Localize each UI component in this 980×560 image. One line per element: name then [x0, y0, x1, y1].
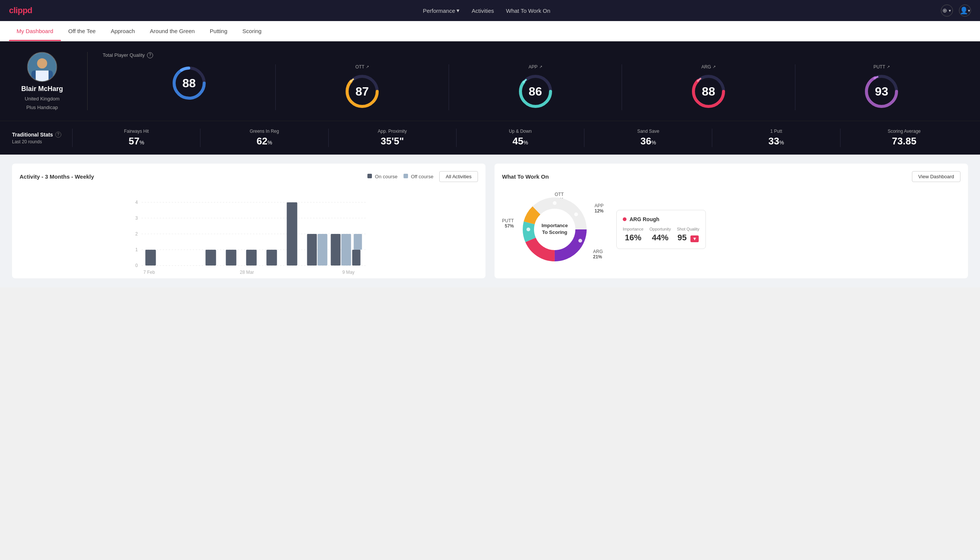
arrow-up-icon: ↗: [887, 65, 890, 69]
svg-point-53: [574, 212, 578, 216]
score-ring-ott: OTT ↗ 87: [276, 64, 449, 110]
svg-rect-40: [353, 250, 361, 265]
tab-putting[interactable]: Putting: [202, 21, 235, 41]
score-ring-arg: ARG ↗ 88: [622, 64, 795, 110]
tabs-bar: My Dashboard Off the Tee Approach Around…: [0, 21, 980, 42]
svg-point-52: [553, 201, 557, 205]
score-ring-putt: PUTT ↗ 93: [795, 64, 968, 110]
ring-overall: 88: [170, 64, 208, 102]
opportunity-value: 44%: [652, 233, 668, 243]
shot-quality-badge: ▼: [690, 235, 699, 242]
player-country: United Kingdom: [25, 96, 60, 102]
donut-section: OTT 10% APP 12% ARG 21% PUTT 57%: [502, 188, 607, 271]
ring-label-arg: ARG ↗: [701, 64, 715, 70]
svg-rect-35: [287, 202, 298, 265]
stats-title: Traditional Stats ?: [12, 132, 72, 138]
arrow-up-icon: ↗: [539, 65, 542, 69]
help-icon[interactable]: ?: [147, 52, 153, 58]
stats-label-section: Traditional Stats ? Last 20 rounds: [12, 132, 72, 144]
info-metric-importance: Importance 16%: [623, 227, 644, 243]
stat-app-proximity: App. Proximity 35'5": [328, 128, 456, 147]
stat-scoring-average: Scoring Average 73.85: [840, 128, 968, 147]
svg-rect-33: [246, 250, 257, 265]
stat-sand-save: Sand Save 36%: [584, 128, 712, 147]
svg-text:3: 3: [135, 215, 138, 221]
hero-section: Blair McHarg United Kingdom Plus Handica…: [0, 42, 980, 121]
stat-app-proximity-value: 35'5": [381, 135, 404, 147]
svg-rect-32: [226, 250, 236, 265]
score-app-value: 86: [529, 84, 542, 98]
info-metric-shot-quality: Shot Quality 95 ▼: [677, 227, 699, 243]
view-dashboard-button[interactable]: View Dashboard: [912, 171, 960, 182]
svg-point-3: [37, 58, 47, 68]
scores-label: Total Player Quality ?: [103, 52, 968, 58]
info-card-title: ARG Rough: [623, 216, 699, 222]
ring-arg: 88: [690, 73, 727, 110]
add-button[interactable]: ⊕ ▾: [941, 5, 953, 17]
tab-around-the-green[interactable]: Around the Green: [143, 21, 202, 41]
score-ott-value: 87: [355, 84, 369, 98]
nav-what-to-work-on[interactable]: What To Work On: [506, 8, 551, 14]
top-navigation: clippd Performance ▾ Activities What To …: [0, 0, 980, 21]
on-course-legend-item: On course: [368, 174, 398, 179]
svg-rect-30: [146, 250, 156, 265]
all-activities-button[interactable]: All Activities: [439, 171, 478, 182]
stats-help-icon[interactable]: ?: [55, 132, 61, 138]
tab-off-the-tee[interactable]: Off the Tee: [61, 21, 103, 41]
score-ring-app: APP ↗ 86: [449, 64, 622, 110]
score-rings: 88 OTT ↗ 87: [103, 64, 968, 110]
donut-chart-svg: Importance To Scoring: [517, 192, 592, 267]
svg-rect-31: [206, 250, 216, 265]
score-putt-value: 93: [875, 84, 888, 98]
avatar: [27, 52, 57, 82]
svg-rect-36: [307, 234, 317, 265]
svg-text:To Scoring: To Scoring: [542, 229, 567, 235]
nav-activities[interactable]: Activities: [472, 8, 494, 14]
info-metric-opportunity: Opportunity 44%: [649, 227, 671, 243]
tab-scoring[interactable]: Scoring: [235, 21, 269, 41]
off-course-legend-dot: [404, 174, 408, 178]
stat-up-down: Up & Down 45%: [456, 128, 584, 147]
arg-rough-info-card: ARG Rough Importance 16% Opportunity 44%…: [616, 210, 706, 249]
ring-ott: 87: [343, 73, 381, 110]
arrow-up-icon: ↗: [713, 65, 715, 69]
svg-rect-4: [36, 71, 48, 82]
bottom-section: Activity - 3 Months - Weekly On course O…: [0, 155, 980, 287]
ring-app: 86: [517, 73, 554, 110]
svg-text:9 May: 9 May: [342, 270, 354, 275]
svg-rect-39: [341, 234, 351, 265]
svg-point-55: [526, 228, 530, 231]
svg-rect-37: [318, 234, 328, 265]
svg-rect-38: [331, 234, 341, 265]
activity-card-title: Activity - 3 Months - Weekly: [20, 173, 94, 180]
user-icon: 👤: [960, 7, 968, 15]
score-ring-overall: 88: [103, 64, 276, 110]
ring-label-app: APP ↗: [529, 64, 542, 70]
player-name: Blair McHarg: [21, 85, 63, 93]
work-on-card: What To Work On View Dashboard OTT 10% A…: [494, 163, 968, 278]
donut-label-putt: PUTT 57%: [502, 218, 514, 229]
svg-text:28 Mar: 28 Mar: [240, 270, 254, 275]
tab-my-dashboard[interactable]: My Dashboard: [9, 21, 61, 41]
svg-rect-41: [354, 234, 362, 250]
chevron-down-icon: ▾: [456, 7, 459, 14]
stat-greens-in-reg-value: 62%: [256, 135, 272, 147]
svg-text:Importance: Importance: [542, 223, 568, 228]
user-avatar-button[interactable]: 👤 ▾: [959, 5, 971, 17]
player-info: Blair McHarg United Kingdom Plus Handica…: [12, 52, 72, 110]
svg-point-54: [578, 239, 582, 243]
stat-fairways-hit: Fairways Hit 57%: [72, 128, 200, 147]
donut-label-app: APP 12%: [594, 203, 604, 213]
tab-approach[interactable]: Approach: [103, 21, 142, 41]
logo[interactable]: clippd: [9, 6, 32, 15]
svg-text:4: 4: [135, 200, 138, 205]
stats-items: Fairways Hit 57% Greens In Reg 62% App. …: [72, 128, 968, 147]
chevron-down-icon: ▾: [968, 8, 970, 13]
on-course-legend-dot: [368, 174, 372, 178]
svg-text:7 Feb: 7 Feb: [143, 270, 155, 275]
player-handicap: Plus Handicap: [26, 105, 58, 110]
work-on-content: OTT 10% APP 12% ARG 21% PUTT 57%: [502, 188, 960, 271]
nav-right: ⊕ ▾ 👤 ▾: [941, 5, 971, 17]
nav-performance[interactable]: Performance ▾: [423, 7, 459, 14]
svg-rect-34: [266, 250, 277, 265]
